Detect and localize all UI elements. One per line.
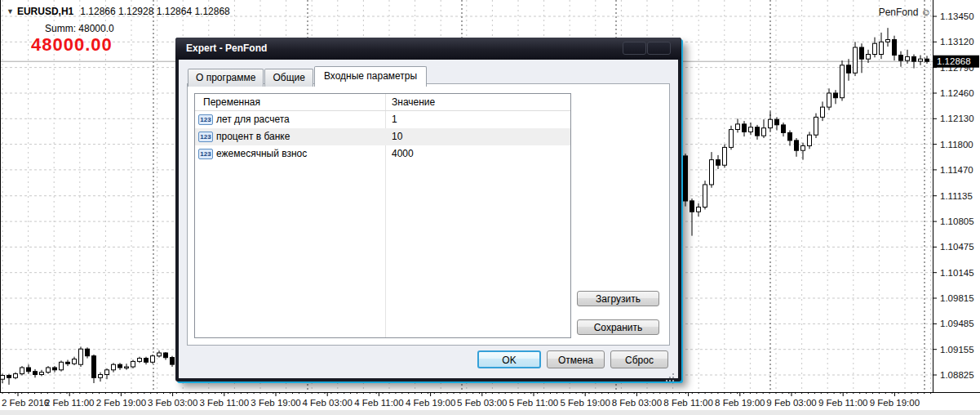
dialog-titlebar[interactable]: Expert - PenFond bbox=[175, 38, 681, 60]
params-header-value: Значение bbox=[392, 96, 435, 108]
time-axis-label: 8 Feb 19:00 bbox=[715, 398, 765, 408]
time-axis-label: 8 Feb 03:00 bbox=[612, 398, 662, 408]
time-scale[interactable]: 2 Feb 20162 Feb 11:002 Feb 19:003 Feb 03… bbox=[2, 392, 931, 408]
summ-value-label: 48000.00 bbox=[31, 34, 113, 56]
ok-button[interactable]: OK bbox=[477, 350, 541, 368]
time-axis-label: 5 Feb 03:00 bbox=[457, 398, 507, 408]
param-name: процент в банке bbox=[216, 131, 290, 142]
time-axis-label: 4 Feb 19:00 bbox=[406, 398, 455, 408]
price-axis-label: 1.10145 bbox=[940, 268, 974, 278]
price-axis-label: 1.13450 bbox=[940, 11, 974, 21]
param-name: ежемесячный взнос bbox=[216, 148, 307, 159]
title-bar-button-1[interactable] bbox=[623, 42, 646, 55]
cancel-button[interactable]: Отмена bbox=[547, 350, 605, 368]
resize-grip[interactable] bbox=[672, 373, 674, 375]
time-axis-label: 2 Feb 19:00 bbox=[96, 398, 146, 408]
current-price-label: 1.12868 bbox=[937, 56, 971, 66]
time-axis-label: 8 Feb 11:00 bbox=[663, 398, 713, 408]
time-axis-label: 9 Feb 19:00 bbox=[870, 398, 920, 408]
smiley-icon: ☺ bbox=[921, 7, 931, 18]
tab-2[interactable]: Общие bbox=[264, 69, 313, 87]
param-name: лет для расчета bbox=[216, 114, 290, 125]
symbol-dropdown-icon[interactable]: ▼ bbox=[7, 7, 14, 16]
tab-strip: О программеОбщиеВходные параметры bbox=[188, 65, 428, 86]
param-row[interactable]: 123процент в банке10 bbox=[195, 128, 570, 145]
params-header-row: ПеременнаяЗначение bbox=[195, 94, 570, 111]
save-button[interactable]: Сохранить bbox=[577, 319, 659, 335]
tab-page-inputs: ПеременнаяЗначение123лет для расчета1123… bbox=[187, 83, 670, 346]
time-axis-label: 4 Feb 03:00 bbox=[303, 398, 353, 408]
numeric-param-icon: 123 bbox=[198, 132, 213, 142]
load-button[interactable]: Загрузить bbox=[577, 291, 659, 306]
price-scale[interactable]: 1.134501.131201.127901.124601.121301.118… bbox=[933, 11, 979, 380]
window-bottom-strip bbox=[0, 410, 980, 415]
time-axis-label: 5 Feb 19:00 bbox=[561, 398, 610, 408]
expert-properties-dialog: Expert - PenFond О программеОбщиеВходные… bbox=[175, 38, 681, 382]
title-bar-button-2[interactable] bbox=[647, 42, 671, 55]
time-axis-label: 9 Feb 11:00 bbox=[818, 398, 868, 408]
tab-3[interactable]: Входные параметры bbox=[314, 66, 427, 87]
price-axis-label: 1.11470 bbox=[940, 165, 973, 175]
time-axis-label: 3 Feb 03:00 bbox=[148, 398, 197, 408]
price-axis-label: 1.12460 bbox=[940, 88, 974, 98]
price-axis-label: 1.10475 bbox=[940, 242, 974, 252]
time-axis-label: 4 Feb 11:00 bbox=[354, 398, 404, 408]
tab-1[interactable]: О программе bbox=[188, 69, 264, 87]
price-axis-label: 1.09485 bbox=[940, 319, 974, 328]
summ-comment-label: Summ: 48000.0 bbox=[45, 23, 114, 34]
price-axis-label: 1.13120 bbox=[940, 37, 974, 47]
titlebar-buttons bbox=[623, 42, 671, 55]
param-value[interactable]: 4000 bbox=[392, 148, 414, 159]
time-axis-label: 5 Feb 11:00 bbox=[509, 398, 559, 408]
param-value[interactable]: 10 bbox=[392, 131, 402, 142]
symbol-label: EURUSD,H1 bbox=[17, 6, 73, 17]
dialog-title: Expert - PenFond bbox=[186, 42, 267, 54]
param-value[interactable]: 1 bbox=[392, 114, 397, 125]
reset-button[interactable]: Сброс bbox=[610, 350, 668, 368]
numeric-param-icon: 123 bbox=[198, 149, 213, 159]
price-axis-label: 1.11800 bbox=[940, 140, 973, 149]
price-axis-label: 1.08825 bbox=[940, 370, 974, 380]
ohlc-quote: 1.12866 1.12928 1.12864 1.12868 bbox=[80, 6, 230, 17]
time-axis-label: 3 Feb 19:00 bbox=[251, 398, 300, 408]
time-axis-label: 2 Feb 11:00 bbox=[45, 398, 95, 408]
parameters-list[interactable]: ПеременнаяЗначение123лет для расчета1123… bbox=[194, 93, 571, 338]
time-axis-label: 2 Feb 2016 bbox=[2, 398, 49, 408]
price-axis-label: 1.11135 bbox=[940, 191, 973, 201]
param-row[interactable]: 123ежемесячный взнос4000 bbox=[195, 145, 570, 163]
expert-name-label: PenFond bbox=[879, 7, 919, 18]
price-axis-label: 1.09155 bbox=[940, 345, 974, 355]
price-axis-label: 1.10805 bbox=[940, 216, 974, 226]
time-axis-label: 9 Feb 03:00 bbox=[766, 398, 816, 408]
param-row[interactable]: 123лет для расчета1 bbox=[195, 111, 570, 128]
numeric-param-icon: 123 bbox=[198, 114, 213, 125]
dialog-client-area: О программеОбщиеВходные параметры Переме… bbox=[179, 60, 678, 378]
params-header-variable: Переменная bbox=[203, 96, 260, 108]
price-axis-label: 1.12130 bbox=[940, 114, 974, 123]
symbol-quote-line: ▼EURUSD,H11.12866 1.12928 1.12864 1.1286… bbox=[7, 6, 230, 17]
expert-chart-tag: PenFond ☺ bbox=[879, 7, 931, 18]
time-axis-label: 3 Feb 11:00 bbox=[200, 398, 250, 408]
price-axis-label: 1.09815 bbox=[940, 293, 974, 303]
terminal-window: 1.134501.131201.127901.124601.121301.118… bbox=[0, 0, 980, 415]
